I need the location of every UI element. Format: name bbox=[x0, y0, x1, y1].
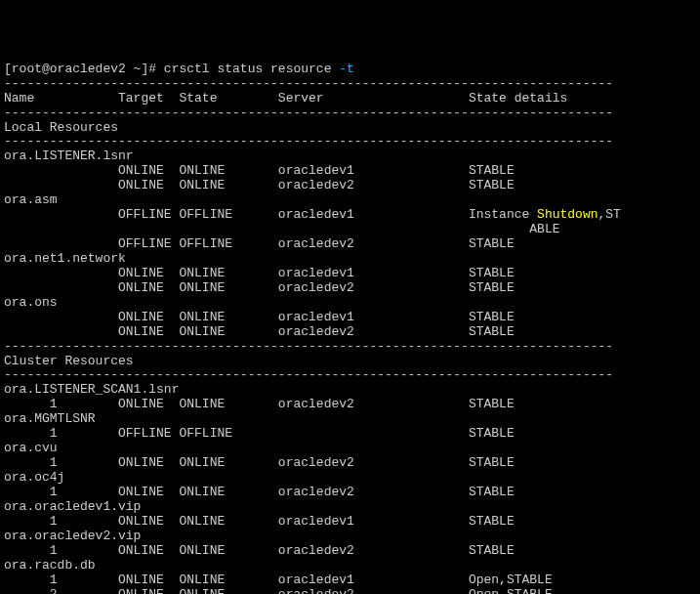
resource-row: ONLINE ONLINE oracledev2 STABLE bbox=[4, 178, 515, 192]
resource-name: ora.oc4j bbox=[4, 470, 64, 485]
resource-name: ora.MGMTLSNR bbox=[4, 411, 96, 426]
resource-row: 1 ONLINE ONLINE oracledev1 STABLE bbox=[4, 514, 515, 529]
separator: ----------------------------------------… bbox=[4, 106, 613, 120]
resource-row: ONLINE ONLINE oracledev1 STABLE bbox=[4, 310, 515, 324]
separator: ----------------------------------------… bbox=[4, 76, 613, 91]
resource-name: ora.oracledev2.vip bbox=[4, 529, 141, 543]
resource-row: ABLE bbox=[4, 222, 560, 236]
header-row: Name Target State Server State details bbox=[4, 91, 567, 106]
resource-name: ora.racdb.db bbox=[4, 558, 96, 573]
resource-row: OFFLINE OFFLINE oracledev2 STABLE bbox=[4, 236, 515, 251]
resource-row: 1 ONLINE ONLINE oracledev2 STABLE bbox=[4, 543, 515, 558]
shell-prompt: [root@oracledev2 ~]# crsctl status resou… bbox=[4, 62, 339, 76]
resource-name: ora.asm bbox=[4, 192, 58, 207]
resource-row: OFFLINE OFFLINE oracledev1 Instance Shut… bbox=[4, 207, 621, 222]
resource-name: ora.LISTENER_SCAN1.lsnr bbox=[4, 382, 179, 397]
resource-row: ONLINE ONLINE oracledev1 STABLE bbox=[4, 163, 515, 178]
resource-row: 2 ONLINE ONLINE oracledev2 Open,STABLE bbox=[4, 587, 553, 595]
resource-row: 1 ONLINE ONLINE oracledev2 STABLE bbox=[4, 455, 515, 470]
resource-row: 1 OFFLINE OFFLINE STABLE bbox=[4, 426, 515, 441]
separator: ----------------------------------------… bbox=[4, 367, 613, 382]
resource-name: ora.oracledev1.vip bbox=[4, 499, 141, 514]
resource-row: ONLINE ONLINE oracledev2 STABLE bbox=[4, 280, 515, 295]
highlight-word: Shutdown bbox=[537, 207, 597, 222]
resource-name: ora.cvu bbox=[4, 441, 58, 455]
resource-row: 1 ONLINE ONLINE oracledev2 STABLE bbox=[4, 397, 515, 411]
resource-row: 1 ONLINE ONLINE oracledev1 Open,STABLE bbox=[4, 573, 553, 587]
resource-row: ONLINE ONLINE oracledev1 STABLE bbox=[4, 266, 515, 280]
terminal-output: [root@oracledev2 ~]# crsctl status resou… bbox=[4, 63, 696, 594]
section-title: Cluster Resources bbox=[4, 354, 134, 368]
resource-name: ora.LISTENER.lsnr bbox=[4, 148, 134, 163]
separator: ----------------------------------------… bbox=[4, 134, 613, 148]
separator: ----------------------------------------… bbox=[4, 339, 613, 354]
resource-row: 1 ONLINE ONLINE oracledev2 STABLE bbox=[4, 485, 515, 499]
resource-name: ora.ons bbox=[4, 295, 58, 310]
resource-name: ora.net1.network bbox=[4, 251, 126, 266]
resource-row: ONLINE ONLINE oracledev2 STABLE bbox=[4, 324, 515, 339]
command-flag: -t bbox=[339, 62, 354, 76]
section-title: Local Resources bbox=[4, 120, 118, 135]
